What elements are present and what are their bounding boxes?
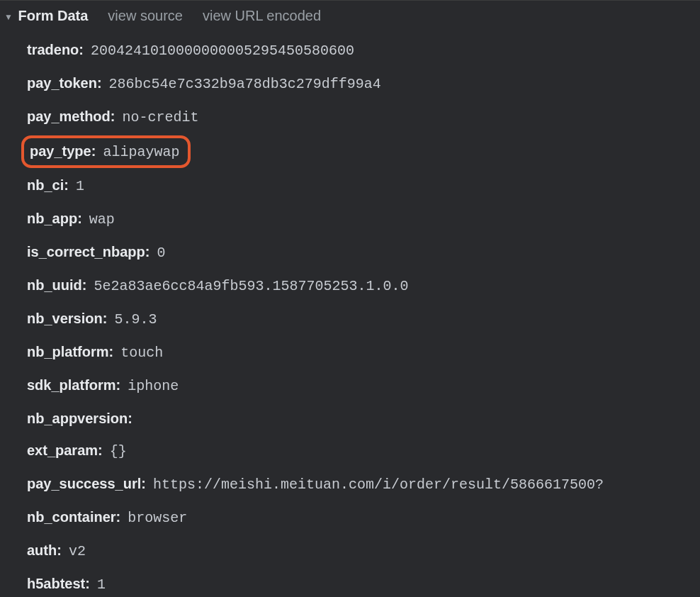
view-source-link[interactable]: view source	[108, 8, 183, 24]
form-data-row: pay_token286bc54e7c332b9a78db3c279dff99a…	[27, 67, 700, 101]
form-data-value: https://meishi.meituan.com/i/order/resul…	[153, 476, 604, 493]
form-data-row: sdk_platformiphone	[27, 369, 700, 403]
form-data-row: nb_containerbrowser	[27, 501, 700, 535]
form-data-key: is_correct_nbapp	[27, 243, 149, 260]
form-data-row: nb_ci1	[27, 169, 700, 203]
form-data-key: nb_ci	[27, 177, 69, 194]
form-data-value: iphone	[128, 378, 179, 395]
form-data-key: nb_appversion	[27, 410, 132, 427]
form-data-value: touch	[120, 345, 163, 362]
form-data-value: v2	[69, 543, 86, 560]
form-data-key: nb_app	[27, 210, 82, 227]
view-url-encoded-link[interactable]: view URL encoded	[203, 8, 321, 24]
form-data-list: tradeno2004241010000000005295450580600pa…	[0, 31, 700, 597]
form-data-value: alipaywap	[103, 144, 179, 161]
form-data-key: nb_version	[27, 310, 107, 327]
form-data-row: nb_platformtouch	[27, 336, 700, 369]
section-title: Form Data	[18, 8, 88, 23]
form-data-value: wap	[89, 211, 115, 228]
form-data-row: tradeno2004241010000000005295450580600	[27, 34, 700, 67]
form-data-row: pay_typealipaywap	[21, 135, 191, 168]
form-data-value: no-credit	[122, 109, 198, 126]
form-data-key: nb_container	[27, 508, 120, 525]
form-data-key: auth	[27, 542, 62, 559]
form-data-value: 1	[76, 178, 84, 195]
form-data-value: 2004241010000000005295450580600	[91, 43, 354, 60]
form-data-row: nb_uuid5e2a83ae6cc84a9fb593.1587705253.1…	[27, 269, 700, 303]
form-data-value: browser	[128, 510, 187, 527]
form-data-key: pay_type	[30, 143, 96, 160]
form-data-key: h5abtest	[27, 575, 90, 592]
form-data-value: 5.9.3	[114, 311, 157, 328]
disclosure-triangle-down-icon: ▼	[4, 12, 13, 22]
form-data-row: nb_version5.9.3	[27, 303, 700, 336]
form-data-value: 286bc54e7c332b9a78db3c279dff99a4	[109, 76, 381, 93]
form-data-row: pay_success_urlhttps://meishi.meituan.co…	[27, 468, 700, 501]
form-data-row: authv2	[27, 535, 700, 568]
form-data-key: sdk_platform	[27, 376, 120, 394]
form-data-key: pay_method	[27, 108, 115, 125]
form-data-value: {}	[110, 443, 127, 460]
form-data-value: 5e2a83ae6cc84a9fb593.1587705253.1.0.0	[94, 278, 408, 295]
form-data-row: h5abtest1	[27, 568, 700, 597]
form-data-section-header[interactable]: ▼ Form Data view source view URL encoded	[0, 0, 700, 31]
section-title-group[interactable]: ▼ Form Data	[4, 8, 88, 24]
form-data-row: nb_appwap	[27, 203, 700, 236]
form-data-row: pay_methodno-credit	[27, 101, 700, 134]
form-data-row: nb_appversion	[27, 403, 700, 435]
form-data-value: 1	[97, 576, 106, 593]
form-data-key: nb_uuid	[27, 277, 86, 294]
form-data-key: tradeno	[27, 41, 84, 58]
form-data-key: nb_platform	[27, 343, 113, 360]
form-data-key: pay_success_url	[27, 475, 146, 492]
form-data-key: ext_param	[27, 442, 103, 459]
form-data-row: ext_param{}	[27, 435, 700, 468]
form-data-key: pay_token	[27, 74, 102, 91]
form-data-row: is_correct_nbapp0	[27, 236, 700, 269]
form-data-value: 0	[157, 245, 165, 262]
